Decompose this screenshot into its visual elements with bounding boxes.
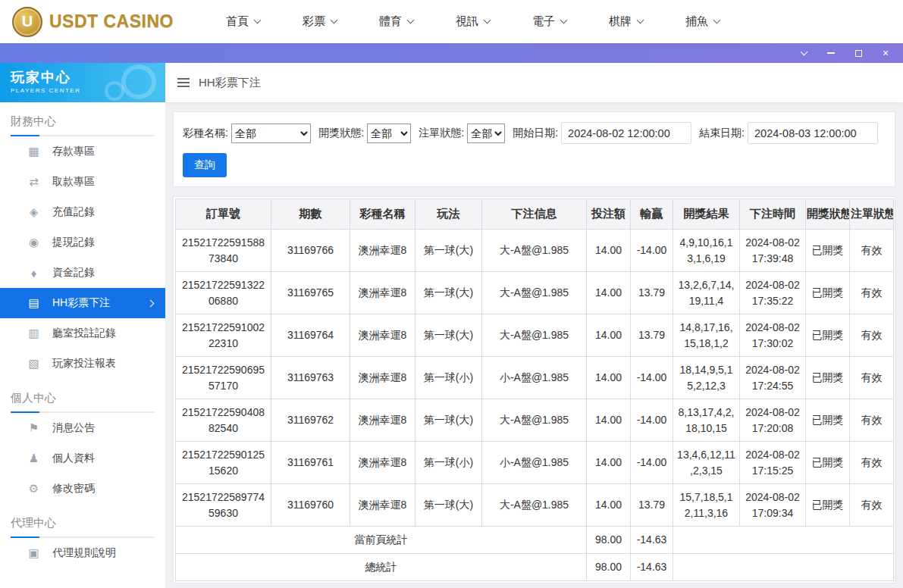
sidebar-item-withdrawal-records[interactable]: ◉ 提現記錄 (0, 227, 165, 258)
sidebar-item-label: 代理規則說明 (52, 546, 116, 560)
chevron-down-icon (800, 48, 807, 56)
sidebar-item-profile[interactable]: ♟ 個人資料 (0, 443, 165, 474)
bell-icon: ⚑ (27, 421, 40, 435)
bet-time-cell: 2024-08-02 17:15:25 (740, 442, 806, 484)
chevron-down-icon (484, 17, 491, 24)
lottery-name-cell: 澳洲幸運8 (350, 442, 415, 484)
start-date-input[interactable] (561, 122, 691, 144)
bet-time-cell: 2024-08-02 17:24:55 (740, 357, 806, 399)
nav-item-home[interactable]: 首頁 (226, 14, 260, 29)
period-cell: 31169761 (271, 442, 350, 484)
order-status-cell: 有效 (850, 442, 894, 484)
lottery-name-cell: 澳洲幸運8 (350, 272, 415, 314)
window-maximize-button[interactable] (853, 48, 864, 58)
draw-result-cell: 18,14,9,5,15,2,12,3 (673, 357, 740, 399)
win-loss-cell: -14.00 (631, 399, 673, 442)
sidebar-item-label: 資金記錄 (52, 266, 95, 280)
end-date-input[interactable] (748, 122, 878, 144)
logo-text: USDT CASINO (49, 11, 174, 32)
bet-time-cell: 2024-08-02 17:20:08 (740, 399, 806, 442)
nav-item-sports[interactable]: 體育 (379, 14, 413, 29)
order-no-cell: 2152172259069557170 (176, 357, 271, 399)
sidebar-item-label: 玩家投注報表 (52, 357, 116, 371)
sidebar-item-label: 提現記錄 (52, 236, 95, 249)
chevron-down-icon (407, 17, 415, 24)
lottery-name-cell: 澳洲幸運8 (350, 230, 415, 272)
table-row: 2152172259040882540 31169762 澳洲幸運8 第一球(大… (176, 399, 894, 442)
window-close-button[interactable]: × (880, 48, 891, 58)
content-area: HH彩票下注 彩種名稱: 全部 開獎狀態: 全部 注單狀態: 全部 (165, 63, 903, 588)
logo[interactable]: U USDT CASINO (12, 7, 193, 37)
sidebar-item-agent-rules[interactable]: ▣ 代理規則說明 (0, 538, 165, 568)
sidebar-item-hh-lottery-bets[interactable]: ▤ HH彩票下注 (0, 288, 165, 318)
order-no-cell: 2152172259158873840 (176, 230, 271, 272)
play-type-cell: 第一球(大) (415, 230, 482, 272)
search-button[interactable]: 查詢 (183, 153, 227, 177)
sidebar-item-recharge-records[interactable]: ◈ 充值記錄 (0, 197, 165, 227)
coin-icon: ◉ (27, 236, 40, 249)
period-cell: 31169762 (271, 399, 350, 442)
chevron-down-icon (560, 17, 568, 24)
lottery-name-select[interactable]: 全部 (231, 124, 311, 143)
sidebar-item-funds-records[interactable]: ♦ 資金記錄 (0, 258, 165, 288)
draw-result-cell: 8,13,17,4,2,18,10,15 (673, 399, 740, 442)
table-row: 2152172258977459630 31169760 澳洲幸運8 第一球(大… (176, 484, 894, 527)
droplet-icon: ◈ (27, 205, 40, 219)
order-no-cell: 2152172259040882540 (176, 399, 271, 442)
table-panel: 訂單號 期數 彩種名稱 玩法 下注信息 投注額 輸贏 開獎結果 下注時間 開獎狀… (173, 196, 895, 583)
window-minimize-button[interactable] (826, 48, 836, 58)
sidebar-item-announcements[interactable]: ⚑ 消息公告 (0, 413, 165, 443)
report-icon: ▧ (27, 357, 40, 371)
chevron-down-icon (637, 17, 644, 24)
order-status-cell: 有效 (850, 230, 894, 272)
maximize-icon (855, 50, 862, 57)
play-type-cell: 第一球(小) (415, 357, 482, 399)
nav-item-live-video[interactable]: 視訊 (456, 14, 490, 29)
period-cell: 31169763 (271, 357, 350, 399)
content-body: 彩種名稱: 全部 開獎狀態: 全部 注單狀態: 全部 開始日期: 結束日期: (165, 102, 903, 588)
draw-status-cell: 已開獎 (806, 230, 850, 272)
period-cell: 31169764 (271, 314, 350, 357)
order-no-cell: 2152172259100222310 (176, 314, 271, 357)
order-status-label: 注單狀態: (419, 127, 464, 140)
bet-amount-cell: 14.00 (587, 314, 631, 357)
section-title-agent: 代理中心 (0, 504, 165, 538)
win-loss-cell: -14.00 (631, 230, 673, 272)
bet-amount-cell: 14.00 (587, 230, 631, 272)
play-type-cell: 第一球(大) (415, 272, 482, 314)
filter-panel: 彩種名稱: 全部 開獎狀態: 全部 注單狀態: 全部 開始日期: 結束日期: (173, 111, 895, 187)
draw-status-cell: 已開獎 (806, 314, 850, 357)
sidebar-item-player-bet-report[interactable]: ▧ 玩家投注報表 (0, 349, 165, 379)
sidebar-item-room-bet-records[interactable]: ▥ 廳室投註記錄 (0, 318, 165, 349)
list-icon: ▥ (27, 327, 40, 340)
sidebar-item-withdrawal[interactable]: ⇄ 取款專區 (0, 167, 165, 197)
nav-item-slots[interactable]: 電子 (532, 14, 566, 29)
total-summary-bet-cell: 98.00 (587, 554, 631, 581)
page-title: HH彩票下注 (199, 76, 261, 90)
col-period: 期數 (271, 199, 350, 230)
draw-status-cell: 已開獎 (806, 357, 850, 399)
nav-item-chess-cards[interactable]: 棋牌 (609, 14, 643, 29)
order-status-cell: 有效 (850, 272, 894, 314)
nav-item-lottery[interactable]: 彩票 (303, 14, 337, 29)
poker-chip-icon (121, 64, 156, 99)
bet-amount-cell: 14.00 (587, 442, 631, 484)
draw-status-select[interactable]: 全部 (367, 124, 411, 143)
content-header: HH彩票下注 (165, 63, 903, 102)
document-icon: ▤ (27, 296, 40, 310)
nav-label: 視訊 (456, 14, 478, 29)
order-status-select[interactable]: 全部 (467, 124, 505, 143)
bet-info-cell: 大-A盤@1.985 (482, 314, 587, 357)
table-header-row: 訂單號 期數 彩種名稱 玩法 下注信息 投注額 輸贏 開獎結果 下注時間 開獎狀… (176, 199, 894, 230)
hamburger-menu-icon[interactable] (177, 78, 190, 87)
summary-empty-cell (673, 527, 894, 554)
sidebar-item-deposit[interactable]: ▦ 存款專區 (0, 136, 165, 167)
sidebar-item-label: 廳室投註記錄 (52, 327, 116, 340)
sidebar-item-change-password[interactable]: ⚙ 修改密碼 (0, 474, 165, 504)
window-collapse-button[interactable] (798, 48, 809, 58)
bet-info-cell: 小-A盤@1.985 (482, 442, 587, 484)
lottery-name-cell: 澳洲幸運8 (350, 484, 415, 527)
sidebar-header: 玩家中心 PLAYERS CENTER (0, 63, 165, 102)
nav-label: 電子 (532, 14, 555, 29)
nav-item-fishing[interactable]: 捕魚 (685, 14, 720, 29)
